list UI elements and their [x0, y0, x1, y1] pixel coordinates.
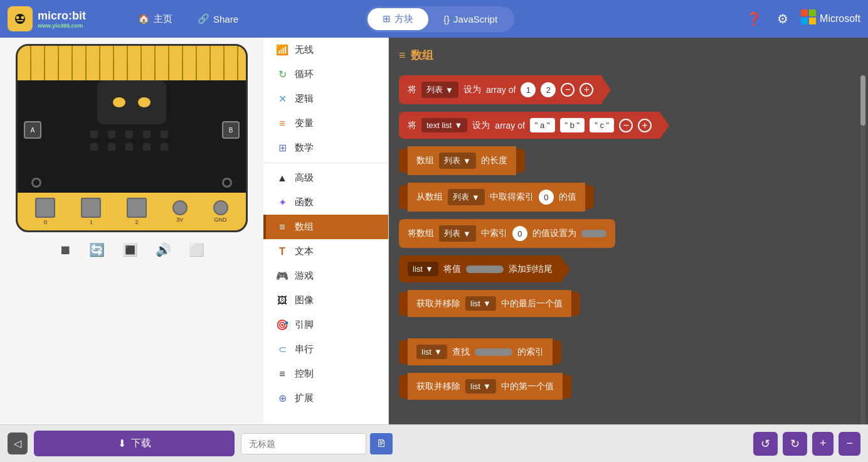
share-button[interactable]: 🔗 Share: [190, 9, 246, 28]
sidebar-item-logic[interactable]: ✕ 逻辑: [263, 87, 388, 111]
led-dot: [161, 131, 168, 138]
sidebar-item-array[interactable]: ≡ 数组: [263, 215, 388, 239]
tab-javascript[interactable]: {} JavaScript: [428, 8, 512, 30]
sim-restart-button[interactable]: 🔄: [84, 240, 110, 260]
sidebar-item-wireless[interactable]: 📶 无线: [263, 38, 388, 62]
pin-1: 1: [81, 198, 101, 225]
settings-button[interactable]: ⚙: [775, 9, 791, 29]
zoom-in-button[interactable]: +: [812, 432, 834, 456]
download-icon: ⬇: [118, 438, 126, 449]
block-get-value-body[interactable]: 从数组 列表 ▼ 中取得索引 0 的值: [408, 183, 585, 212]
zoom-out-button[interactable]: −: [839, 432, 860, 456]
text-icon: T: [276, 246, 288, 257]
block-length-body[interactable]: 数组 列表 ▼ 的长度: [408, 146, 516, 175]
block-append-left[interactable]: list ▼ 将值 添加到结尾: [399, 255, 561, 282]
block-str-b[interactable]: " b ": [560, 118, 585, 132]
sidebar-label-pin: 引脚: [295, 319, 314, 331]
block-str-c[interactable]: " c ": [590, 118, 614, 132]
block-set-list: 将 列表 ▼ 设为 array of 1 2 − +: [399, 75, 858, 104]
block-setval-dropdown[interactable]: 列表 ▼: [439, 225, 476, 242]
led-dot: [108, 143, 115, 151]
share-icon: 🔗: [198, 13, 209, 24]
home-button[interactable]: 🏠 主页: [130, 9, 180, 29]
block-getval-dropdown[interactable]: 列表 ▼: [448, 189, 485, 205]
block-get-remove-last-body[interactable]: 获取并移除 list ▼ 中的最后一个值: [408, 290, 571, 317]
sidebar-item-text[interactable]: T 文本: [263, 239, 388, 264]
block-set-value-body[interactable]: 将数组 列表 ▼ 中索引 0 的值设置为: [399, 219, 615, 248]
block-minus-1[interactable]: −: [561, 83, 574, 97]
toggle-simulator-button[interactable]: ◁: [8, 432, 28, 454]
filename-input[interactable]: [241, 433, 366, 454]
sidebar-item-game[interactable]: 🎮 游戏: [263, 264, 388, 288]
block-first-dropdown[interactable]: list ▼: [465, 379, 496, 394]
logo-area: micro:bit www.yio365.com: [8, 6, 120, 31]
block-get-remove-first-body[interactable]: 获取并移除 list ▼ 中的第一个值: [408, 373, 563, 400]
sidebar-item-function[interactable]: ✦ 函数: [263, 190, 388, 215]
download-button[interactable]: ⬇ 下载: [34, 431, 235, 456]
svg-point-1: [15, 14, 25, 24]
sidebar-item-advanced[interactable]: ▲ 高级: [263, 166, 388, 190]
block-append-dropdown[interactable]: list ▼: [408, 262, 438, 276]
sim-fullscreen-button[interactable]: ⬜: [184, 240, 209, 260]
blocks-panel: ≡ 数组 将 列表 ▼ 设为 array of 1 2 − +: [389, 38, 868, 424]
sidebar-item-control[interactable]: ≡ 控制: [263, 362, 388, 386]
download-label: 下载: [131, 437, 151, 450]
block-value-placeholder[interactable]: [581, 230, 606, 237]
block-index-0-a[interactable]: 0: [539, 190, 554, 205]
serial-icon: ⊂: [276, 343, 288, 355]
block-list-dropdown[interactable]: 列表 ▼: [421, 82, 458, 98]
connector-left-7: [399, 292, 408, 316]
footer: ◁ ⬇ 下载 🖹 ↺ ↻ + −: [0, 424, 868, 462]
sidebar-item-loop[interactable]: ↻ 循环: [263, 62, 388, 87]
block-str-a[interactable]: " a ": [530, 118, 555, 132]
scrollbar-thumb[interactable]: [860, 75, 865, 126]
block-num-1[interactable]: 1: [521, 82, 536, 97]
pin-block-gnd: [213, 200, 228, 215]
advanced-icon: ▲: [276, 173, 288, 184]
sidebar-label-math: 数学: [295, 142, 314, 154]
redo-button[interactable]: ↻: [783, 432, 807, 456]
svg-rect-8: [809, 18, 816, 24]
block-textlist-dropdown[interactable]: text list ▼: [421, 118, 467, 132]
sim-controls: ⏹ 🔄 🔳 🔊 ⬜: [54, 240, 209, 260]
undo-button[interactable]: ↺: [753, 432, 778, 456]
block-find-dropdown[interactable]: list ▼: [416, 345, 447, 359]
button-a[interactable]: A: [24, 121, 41, 139]
block-plus-2[interactable]: +: [638, 119, 652, 132]
simulator-panel: A B 0 1 2: [0, 38, 263, 424]
sidebar-item-variable[interactable]: ≡ 变量: [263, 111, 388, 136]
svg-point-3: [21, 16, 24, 19]
microbit-bottom: 0 1 2 3V GND: [18, 193, 246, 230]
tab-blocks[interactable]: ⊞ 方块: [368, 8, 428, 30]
sidebar-item-math[interactable]: ⊞ 数学: [263, 136, 388, 160]
pin-block-0: [35, 198, 55, 218]
block-set-text-list-body[interactable]: 将 text list ▼ 设为 array of " a " " b " " …: [399, 112, 660, 139]
block-index-0-b[interactable]: 0: [512, 226, 527, 241]
pin-2: 2: [127, 198, 147, 225]
scrollbar-track[interactable]: [860, 75, 865, 424]
block-set-list-body[interactable]: 将 列表 ▼ 设为 array of 1 2 − +: [399, 75, 602, 104]
block-length-dropdown[interactable]: 列表 ▼: [439, 153, 476, 169]
home-icon: 🏠: [138, 13, 150, 24]
led-left: [31, 178, 41, 188]
sidebar-item-image[interactable]: 🖼 图像: [263, 288, 388, 313]
button-b[interactable]: B: [222, 121, 240, 139]
block-plus-1[interactable]: +: [580, 83, 593, 97]
help-button[interactable]: ❓: [744, 9, 765, 29]
mode-tabs: ⊞ 方块 {} JavaScript: [366, 6, 514, 32]
sidebar-item-pin[interactable]: 🎯 引脚: [263, 313, 388, 337]
sim-stop-button[interactable]: ⏹: [54, 240, 77, 260]
block-minus-2[interactable]: −: [619, 119, 633, 132]
wireless-icon: 📶: [276, 44, 288, 56]
block-find-index-body[interactable]: list ▼ 查找 的索引: [408, 338, 553, 365]
block-find-value[interactable]: [475, 348, 512, 356]
variable-icon: ≡: [276, 118, 288, 129]
block-append-value[interactable]: [466, 266, 504, 273]
sidebar-item-serial[interactable]: ⊂ 串行: [263, 337, 388, 362]
sidebar-item-extend[interactable]: ⊕ 扩展: [263, 386, 388, 411]
block-last-dropdown[interactable]: list ▼: [465, 296, 496, 311]
block-num-2[interactable]: 2: [541, 82, 556, 97]
filename-save-button[interactable]: 🖹: [370, 433, 393, 454]
sim-mute-button[interactable]: 🔳: [117, 240, 143, 260]
sim-audio-button[interactable]: 🔊: [151, 240, 176, 260]
